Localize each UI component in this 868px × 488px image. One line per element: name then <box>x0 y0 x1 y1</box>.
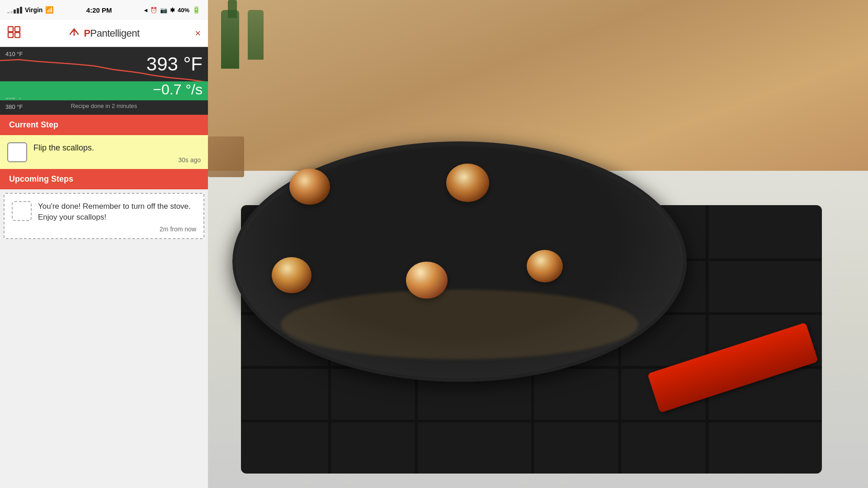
step-text-block: Flip the scallops. 30s ago <box>33 142 201 164</box>
close-button[interactable]: × <box>195 28 201 39</box>
signal-dot-3 <box>14 9 16 14</box>
scallop-3 <box>272 257 311 293</box>
left-panel: Virgin 📶 4:20 PM ◂ ⏰ 📷 ✱ 40% 🔋 <box>0 0 208 488</box>
main-temp-value: 393 °F <box>146 53 203 75</box>
upcoming-step-item: You're done! Remember to turn off the st… <box>4 193 204 239</box>
scallop-1 <box>289 169 330 205</box>
upcoming-text-block: You're done! Remember to turn off the st… <box>38 201 196 233</box>
status-bar-right: ◂ ⏰ 📷 ✱ 40% 🔋 <box>144 6 201 14</box>
scallop-2 <box>446 164 489 202</box>
wifi-icon: 📶 <box>45 6 54 14</box>
scallop-5 <box>527 250 563 282</box>
upcoming-step-time: 2m from now <box>38 225 196 233</box>
pan-body <box>232 141 687 381</box>
carrier-label: Virgin <box>25 6 42 14</box>
bluetooth-icon: ✱ <box>170 7 175 14</box>
scallop-4 <box>406 262 448 299</box>
step-checkbox[interactable] <box>7 142 27 162</box>
upper-temp-label: 410 °F <box>5 51 23 57</box>
signal-dot-5 <box>20 7 22 14</box>
green-band: −0.7 °/s <box>0 81 208 98</box>
upcoming-checkbox <box>12 201 32 221</box>
screenshot-icon: 📷 <box>160 7 167 14</box>
svg-rect-0 <box>8 27 13 32</box>
svg-point-4 <box>73 34 75 36</box>
pan <box>221 127 775 420</box>
signal-dot-4 <box>17 8 19 14</box>
recipe-done-text: Recipe done in 2 minutes <box>0 103 208 109</box>
logo-wifi-icon <box>68 25 80 40</box>
bottle-2 <box>248 10 264 60</box>
app-root: Virgin 📶 4:20 PM ◂ ⏰ 📷 ✱ 40% 🔋 <box>0 0 868 488</box>
svg-rect-1 <box>8 33 13 38</box>
step-text: Flip the scallops. <box>33 143 94 152</box>
alarm-icon: ⏰ <box>150 7 157 14</box>
battery-label: 40% <box>178 7 189 14</box>
bottle-1 <box>221 10 239 69</box>
rate-value: −0.7 °/s <box>153 81 203 98</box>
location-icon: ◂ <box>144 7 147 14</box>
menu-icon[interactable] <box>7 26 21 41</box>
signal-dot-2 <box>10 11 13 14</box>
oil-shimmer <box>281 290 639 360</box>
status-bar: Virgin 📶 4:20 PM ◂ ⏰ 📷 ✱ 40% 🔋 <box>0 0 208 20</box>
signal-dot-1 <box>7 12 9 14</box>
step-time: 30s ago <box>33 156 201 164</box>
bottle-neck-1 <box>228 0 237 18</box>
current-step-item: Flip the scallops. 30s ago <box>0 135 208 169</box>
battery-icon: 🔋 <box>192 6 201 14</box>
status-bar-left: Virgin 📶 <box>7 6 54 14</box>
logo-text: PPantelligent <box>84 28 139 39</box>
current-step-label: Current Step <box>0 115 208 135</box>
upcoming-step-text: You're done! Remember to turn off the st… <box>38 202 191 221</box>
kitchen-photo <box>208 0 868 488</box>
right-panel <box>208 0 868 488</box>
status-bar-time: 4:20 PM <box>86 6 112 14</box>
app-header: PPantelligent × <box>0 20 208 47</box>
svg-rect-2 <box>15 27 20 32</box>
temp-chart: 410 °F 390 °F 380 °F 393 °F −0.7 °/s Rec… <box>0 47 208 115</box>
upcoming-steps-label: Upcoming Steps <box>0 169 208 189</box>
app-logo: PPantelligent <box>68 26 139 41</box>
svg-rect-3 <box>15 33 20 38</box>
signal-dots <box>7 7 22 14</box>
